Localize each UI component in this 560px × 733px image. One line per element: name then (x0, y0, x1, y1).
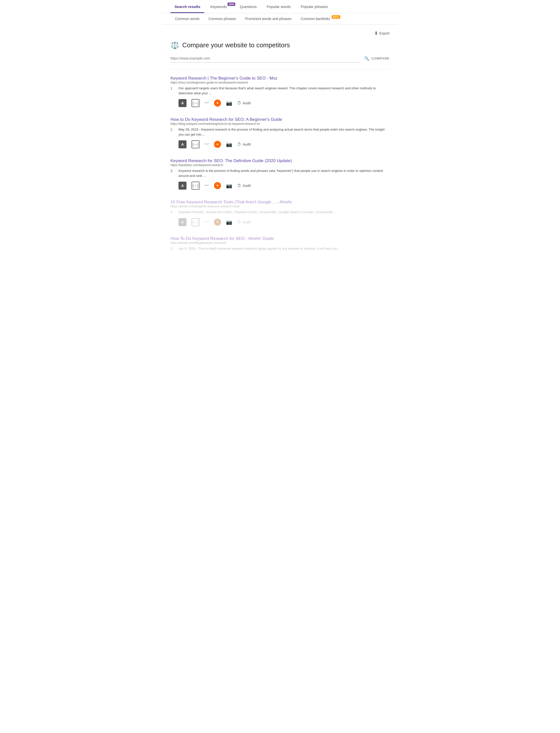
screenshot-icon[interactable]: 📷 (226, 100, 232, 106)
audit-icon: 🗒 (237, 142, 241, 147)
second-navigation: Common words Common phrases Prominent wo… (163, 13, 397, 25)
result-url: https://ahrefs.com/blog/free-keyword-res… (171, 205, 389, 208)
audit-button[interactable]: 🗒 Audit (237, 183, 251, 188)
result-item: Keyword Research | The Beginner's Guide … (171, 76, 389, 109)
text-analysis-icon[interactable]: A (179, 182, 187, 190)
schema-icon[interactable]: {↔} (191, 140, 199, 148)
trend-icon[interactable]: 〰 (205, 219, 209, 225)
result-number-row: 3 Keyword research is the process of fin… (171, 168, 389, 178)
beta-badge: BETA (332, 15, 340, 19)
trend-icon[interactable]: 〰 (205, 183, 209, 188)
export-row: ⬇ Export (171, 31, 389, 36)
tab-common-backlinks[interactable]: Common backlinks BETA (296, 13, 338, 24)
result-number-row: 1 Our approach targets users first becau… (171, 86, 389, 96)
trend-icon[interactable]: 〰 (205, 101, 209, 106)
audit-icon: 🗒 (237, 101, 241, 105)
main-content: ⬇ Export ⚖️ Compare your website to comp… (163, 25, 397, 268)
result-number: 1 (171, 86, 175, 90)
visibility-icon[interactable]: 👁 (214, 219, 221, 226)
result-number: 5 (171, 247, 175, 251)
top-navigation: Search results Keywords NEW Questions Po… (163, 0, 397, 13)
result-snippet: May 29, 2019 - Keyword research is the p… (179, 127, 389, 137)
new-badge: NEW (227, 3, 235, 6)
result-number-row: 4 Keyword Sheeter;; Answer the Public;; … (171, 210, 389, 215)
result-url: https://blog.hubspot.com/marketing/how-t… (171, 122, 389, 126)
result-number: 3 (171, 169, 175, 173)
result-tools: A {↔} 〰 👁 📷 🗒 Audit (179, 182, 389, 190)
tab-search-results[interactable]: Search results (171, 0, 204, 13)
result-item: How To Do Keyword Research for SEO - Ahr… (171, 236, 389, 254)
result-item: How to Do Keyword Research for SEO: A Be… (171, 117, 389, 150)
result-title[interactable]: 10 Free Keyword Research Tools (That Are… (171, 200, 292, 204)
result-snippet: Apr 9, 2020 - This in-depth universal ke… (179, 246, 341, 251)
compare-input[interactable] (171, 54, 360, 63)
text-analysis-icon[interactable]: A (179, 140, 187, 148)
tab-keywords[interactable]: Keywords NEW (206, 0, 234, 13)
result-snippet: Keyword Sheeter;; Answer the Public;; Ke… (179, 210, 336, 215)
visibility-icon[interactable]: 👁 (214, 100, 221, 107)
text-analysis-icon[interactable]: A (179, 99, 187, 107)
tab-common-words[interactable]: Common words (171, 13, 204, 24)
result-snippet: Our approach targets users first because… (179, 86, 389, 96)
text-analysis-icon[interactable]: A (179, 218, 187, 226)
compare-section: ⚖️ Compare your website to competitors 🔍… (171, 41, 389, 63)
schema-icon[interactable]: {↔} (191, 218, 199, 226)
visibility-icon[interactable]: 👁 (214, 141, 221, 148)
result-url: https://ahrefs.com/blog/keyword-research… (171, 241, 389, 245)
result-tools: A {↔} 〰 👁 📷 🗒 Audit (179, 218, 389, 226)
audit-button[interactable]: 🗒 Audit (237, 101, 251, 105)
result-number-row: 5 Apr 9, 2020 - This in-depth universal … (171, 246, 389, 251)
result-tools: A {↔} 〰 👁 📷 🗒 Audit (179, 140, 389, 148)
tab-prominent-words[interactable]: Prominent words and phrases (241, 13, 296, 24)
results-list: Keyword Research | The Beginner's Guide … (171, 76, 389, 254)
screenshot-icon[interactable]: 📷 (226, 141, 232, 147)
result-tools: A {↔} 〰 👁 📷 🗒 Audit (179, 99, 389, 107)
schema-icon[interactable]: {↔} (191, 182, 199, 190)
audit-icon: 🗒 (237, 220, 241, 224)
screenshot-icon[interactable]: 📷 (226, 183, 232, 189)
audit-icon: 🗒 (237, 183, 241, 188)
tab-popular-words[interactable]: Popular words (263, 0, 295, 13)
result-title[interactable]: Keyword Research for SEO: The Definitive… (171, 158, 292, 163)
trend-icon[interactable]: 〰 (205, 142, 209, 147)
screenshot-icon[interactable]: 📷 (226, 219, 232, 225)
search-icon: 🔍 (364, 56, 369, 61)
result-item: 10 Free Keyword Research Tools (That Are… (171, 200, 389, 228)
compare-button[interactable]: 🔍 COMPARE (364, 56, 389, 61)
audit-button[interactable]: 🗒 Audit (237, 142, 251, 147)
nav-tabs-row: Search results Keywords NEW Questions Po… (171, 0, 389, 13)
result-number: 4 (171, 210, 175, 214)
tab-questions[interactable]: Questions (236, 0, 261, 13)
visibility-icon[interactable]: 👁 (214, 182, 221, 189)
export-button[interactable]: ⬇ Export (374, 31, 389, 36)
result-title[interactable]: How to Do Keyword Research for SEO: A Be… (171, 117, 282, 122)
schema-icon[interactable]: {↔} (191, 99, 199, 107)
export-icon: ⬇ (374, 31, 378, 36)
result-snippet: Keyword research is the process of findi… (179, 168, 389, 178)
tab-popular-phrases[interactable]: Popular phrases (297, 0, 332, 13)
compare-title: ⚖️ Compare your website to competitors (171, 41, 389, 49)
audit-button[interactable]: 🗒 Audit (237, 220, 251, 224)
compare-input-row: 🔍 COMPARE (171, 54, 389, 63)
result-number-row: 2 May 29, 2019 - Keyword research is the… (171, 127, 389, 137)
result-url: https://backlinko.com/keyword-research (171, 163, 389, 167)
tab-common-phrases[interactable]: Common phrases (204, 13, 241, 24)
result-item: Keyword Research for SEO: The Definitive… (171, 158, 389, 192)
compare-icon: ⚖️ (171, 41, 179, 49)
result-title[interactable]: Keyword Research | The Beginner's Guide … (171, 76, 277, 81)
result-url: https://moz.com/beginners-guide-to-seo/k… (171, 81, 389, 84)
result-title[interactable]: How To Do Keyword Research for SEO - Ahr… (171, 236, 274, 241)
result-number: 2 (171, 128, 175, 132)
